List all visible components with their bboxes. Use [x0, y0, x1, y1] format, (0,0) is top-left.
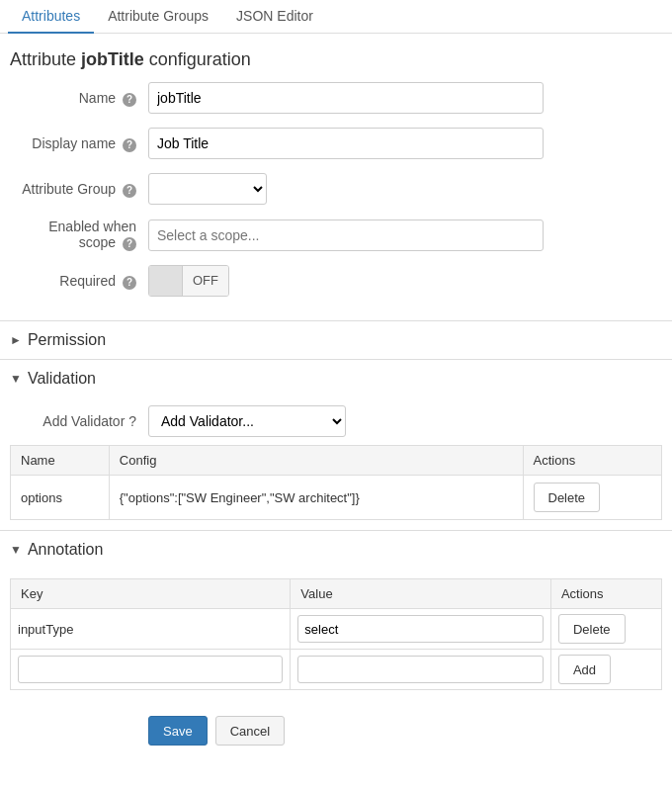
annotation-col-value: Value	[291, 579, 551, 609]
required-label: Required ?	[10, 273, 148, 290]
annotation-section-label: Annotation	[28, 541, 104, 559]
annotation-add-cell: Add	[550, 650, 661, 690]
display-name-row: Display name ?	[10, 128, 662, 159]
scope-help-icon[interactable]: ?	[123, 237, 136, 251]
validation-table: Name Config Actions options {"options":[…	[10, 445, 662, 520]
validation-row-config: {"options":["SW Engineer","SW architect"…	[109, 476, 523, 520]
toggle-control[interactable]: OFF	[148, 265, 229, 297]
annotation-action-cell: Delete	[550, 609, 661, 650]
annotation-delete-button[interactable]: Delete	[558, 614, 626, 644]
scope-label: Enabled whenscope ?	[10, 219, 148, 251]
page-title: Attribute jobTitle configuration	[0, 34, 672, 82]
attribute-group-help-icon[interactable]: ?	[123, 184, 136, 198]
attribute-group-select[interactable]	[148, 173, 267, 205]
annotation-col-key: Key	[11, 579, 291, 609]
table-row: Add	[11, 650, 662, 690]
tab-json-editor[interactable]: JSON Editor	[222, 0, 327, 34]
annotation-col-actions: Actions	[550, 579, 661, 609]
annotation-add-button[interactable]: Add	[558, 655, 611, 684]
annotation-new-key-cell	[11, 650, 291, 690]
add-validator-label: Add Validator ?	[10, 413, 148, 429]
name-input[interactable]	[148, 82, 544, 114]
annotation-new-key-input[interactable]	[18, 656, 283, 683]
name-help-icon[interactable]: ?	[123, 93, 136, 107]
annotation-chevron-icon: ▼	[10, 543, 22, 557]
scope-input[interactable]	[148, 220, 544, 251]
permission-chevron-icon: ►	[10, 333, 22, 347]
permission-section-label: Permission	[28, 331, 106, 349]
tab-attributes[interactable]: Attributes	[8, 0, 94, 34]
table-row: options {"options":["SW Engineer","SW ar…	[11, 476, 662, 520]
form-actions: Save Cancel	[0, 700, 672, 765]
required-toggle[interactable]: OFF	[148, 265, 229, 297]
annotation-table: Key Value Actions inputType Delete Add	[10, 578, 662, 690]
save-button[interactable]: Save	[148, 716, 208, 746]
display-name-help-icon[interactable]: ?	[123, 138, 136, 152]
validation-delete-button[interactable]: Delete	[534, 483, 601, 512]
validation-section-header[interactable]: ▼ Validation	[0, 359, 672, 397]
attribute-group-row: Attribute Group ?	[10, 173, 662, 205]
annotation-new-value-cell	[291, 650, 551, 690]
attribute-name-title: jobTitle	[81, 49, 144, 69]
toggle-switch	[149, 266, 183, 296]
validation-chevron-icon: ▼	[10, 372, 22, 386]
scope-row: Enabled whenscope ?	[10, 219, 662, 251]
required-help-icon[interactable]: ?	[123, 276, 136, 290]
attribute-group-label: Attribute Group ?	[10, 181, 148, 198]
add-validator-row: Add Validator ? Add Validator...	[10, 405, 662, 437]
annotation-value-input[interactable]	[297, 615, 544, 643]
tab-attribute-groups[interactable]: Attribute Groups	[94, 0, 222, 34]
attribute-form: Name ? Display name ? Attribute Group ? …	[0, 82, 672, 320]
annotation-section-header[interactable]: ▼ Annotation	[0, 530, 672, 569]
validation-row-action: Delete	[523, 476, 662, 520]
add-validator-select[interactable]: Add Validator...	[148, 405, 346, 437]
validation-col-actions: Actions	[523, 446, 662, 476]
permission-section-header[interactable]: ► Permission	[0, 320, 672, 359]
display-name-label: Display name ?	[10, 135, 148, 152]
name-label: Name ?	[10, 90, 148, 107]
required-row: Required ? OFF	[10, 265, 662, 297]
validator-help-icon[interactable]: ?	[128, 413, 136, 429]
toggle-state-label: OFF	[183, 266, 228, 296]
cancel-button[interactable]: Cancel	[215, 716, 285, 746]
annotation-value-cell	[291, 609, 551, 650]
validation-col-config: Config	[109, 446, 523, 476]
name-row: Name ?	[10, 82, 662, 114]
validation-section-label: Validation	[28, 370, 96, 388]
annotation-new-value-input[interactable]	[297, 656, 544, 683]
tab-bar: Attributes Attribute Groups JSON Editor	[0, 0, 672, 34]
annotation-key-cell: inputType	[11, 609, 291, 650]
table-row: inputType Delete	[11, 609, 662, 650]
validation-row-name: options	[11, 476, 110, 520]
display-name-input[interactable]	[148, 128, 544, 159]
validation-col-name: Name	[11, 446, 110, 476]
